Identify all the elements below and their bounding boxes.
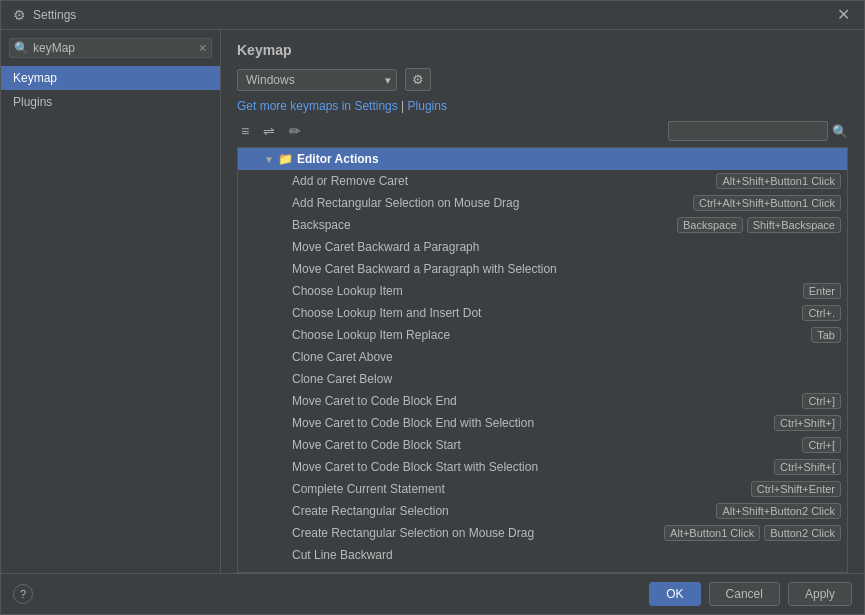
ok-button[interactable]: OK (649, 582, 700, 606)
shortcut-badge: Ctrl+] (802, 393, 841, 409)
header-folder-icon: 📁 (278, 152, 293, 166)
row-label: Move Caret Backward a Paragraph with Sel… (264, 262, 841, 276)
shortcut-badge: Backspace (677, 217, 743, 233)
settings-dialog: ⚙ Settings ✕ 🔍 ✕ Keymap Plugins Keymap (0, 0, 865, 615)
row-shortcuts: Ctrl+Shift+[ (774, 459, 841, 475)
row-label: Backspace (264, 218, 677, 232)
sidebar-item-keymap[interactable]: Keymap (1, 66, 220, 90)
shortcut-badge: Ctrl+Shift+Enter (751, 481, 841, 497)
row-shortcuts: Alt+Button1 ClickButton2 Click (664, 525, 841, 541)
plugins-link[interactable]: Plugins (408, 99, 447, 113)
row-label: Create Rectangular Selection on Mouse Dr… (264, 526, 664, 540)
keymap-select-wrapper: Windows macOS Linux Default (237, 69, 397, 91)
table-row[interactable]: Create Rectangular SelectionAlt+Shift+Bu… (238, 500, 847, 522)
table-row[interactable]: Move Caret to Code Block EndCtrl+] (238, 390, 847, 412)
shortcut-badge: Shift+Backspace (747, 217, 841, 233)
row-shortcuts: Ctrl+Shift+] (774, 415, 841, 431)
close-button[interactable]: ✕ (833, 7, 854, 23)
sidebar-search-box: 🔍 ✕ (9, 38, 212, 58)
apply-button[interactable]: Apply (788, 582, 852, 606)
table-row[interactable]: Move Caret to Code Block Start with Sele… (238, 456, 847, 478)
shortcut-badge: Alt+Shift+Button1 Click (716, 173, 841, 189)
expand-all-button[interactable]: ≡ (237, 121, 253, 141)
table-header-row[interactable]: ▼ 📁 Editor Actions (238, 148, 847, 170)
row-shortcuts: Alt+Shift+Button1 Click (716, 173, 841, 189)
main-title: Keymap (237, 42, 848, 58)
search-bar: 🔍 (311, 121, 848, 141)
cancel-button[interactable]: Cancel (709, 582, 780, 606)
shortcut-badge: Ctrl+[ (802, 437, 841, 453)
shortcut-badge: Button2 Click (764, 525, 841, 541)
keymap-gear-button[interactable]: ⚙ (405, 68, 431, 91)
sidebar-search-clear[interactable]: ✕ (198, 42, 207, 55)
table-row[interactable]: Choose Lookup Item ReplaceTab (238, 324, 847, 346)
keymap-controls: Windows macOS Linux Default ⚙ (237, 68, 848, 91)
table-row[interactable]: Create Rectangular Selection on Mouse Dr… (238, 522, 847, 544)
shortcut-badge: Ctrl+Shift+[ (774, 459, 841, 475)
toolbar: ≡ ⇌ ✏ 🔍 (237, 121, 848, 141)
row-label: Add or Remove Caret (264, 174, 716, 188)
filter-search-button[interactable]: 🔍 (832, 124, 848, 139)
row-label: Move Caret to Code Block End with Select… (264, 416, 774, 430)
row-shortcuts: Ctrl+[ (802, 437, 841, 453)
table-row[interactable]: Move Caret Backward a Paragraph with Sel… (238, 258, 847, 280)
row-label: Create Rectangular Selection (264, 504, 716, 518)
table-row[interactable]: Clone Caret Above (238, 346, 847, 368)
table-rows: Add or Remove CaretAlt+Shift+Button1 Cli… (238, 170, 847, 573)
row-shortcuts: Alt+Shift+Button2 Click (716, 503, 841, 519)
row-label: Move Caret to Code Block Start (264, 438, 802, 452)
sidebar-item-plugins[interactable]: Plugins (1, 90, 220, 114)
row-label: Clone Caret Below (264, 372, 841, 386)
row-label: Move Caret Backward a Paragraph (264, 240, 841, 254)
table-row[interactable]: Add Rectangular Selection on Mouse DragC… (238, 192, 847, 214)
table-row[interactable]: BackspaceBackspaceShift+Backspace (238, 214, 847, 236)
content-area: 🔍 ✕ Keymap Plugins Keymap Windows macOS (1, 30, 864, 573)
keymap-table: ▼ 📁 Editor Actions Add or Remove CaretAl… (237, 147, 848, 573)
row-shortcuts: Ctrl+Alt+Shift+Button1 Click (693, 195, 841, 211)
table-row[interactable]: Cut Line Backward (238, 544, 847, 566)
row-shortcuts: Ctrl+Shift+Enter (751, 481, 841, 497)
table-row[interactable]: Complete Current StatementCtrl+Shift+Ent… (238, 478, 847, 500)
table-row[interactable]: Choose Lookup ItemEnter (238, 280, 847, 302)
table-row[interactable]: Move Caret to Code Block StartCtrl+[ (238, 434, 847, 456)
table-row[interactable]: Add or Remove CaretAlt+Shift+Button1 Cli… (238, 170, 847, 192)
table-row[interactable]: Move Caret to Code Block End with Select… (238, 412, 847, 434)
dialog-title: Settings (33, 8, 833, 22)
row-label: Move Caret to Code Block End (264, 394, 802, 408)
row-shortcuts: BackspaceShift+Backspace (677, 217, 841, 233)
row-label: Clone Caret Above (264, 350, 841, 364)
title-bar: ⚙ Settings ✕ (1, 1, 864, 30)
table-row[interactable]: Cut up to Line End (238, 566, 847, 573)
row-label: Cut Line Backward (264, 548, 841, 562)
table-row[interactable]: Choose Lookup Item and Insert DotCtrl+. (238, 302, 847, 324)
row-shortcuts: Ctrl+] (802, 393, 841, 409)
row-label: Complete Current Statement (264, 482, 751, 496)
main-panel: Keymap Windows macOS Linux Default ⚙ Get… (221, 30, 864, 573)
get-more-keymaps-link[interactable]: Get more keymaps in Settings (237, 99, 398, 113)
keymap-select[interactable]: Windows macOS Linux Default (237, 69, 397, 91)
collapse-all-button[interactable]: ⇌ (259, 121, 279, 141)
shortcut-badge: Enter (803, 283, 841, 299)
row-label: Move Caret to Code Block Start with Sele… (264, 460, 774, 474)
sidebar: 🔍 ✕ Keymap Plugins (1, 30, 221, 573)
row-shortcuts: Tab (811, 327, 841, 343)
shortcut-badge: Alt+Shift+Button2 Click (716, 503, 841, 519)
shortcut-badge: Ctrl+Shift+] (774, 415, 841, 431)
table-row[interactable]: Clone Caret Below (238, 368, 847, 390)
filter-input[interactable] (668, 121, 828, 141)
row-label: Choose Lookup Item (264, 284, 803, 298)
help-button[interactable]: ? (13, 584, 33, 604)
dialog-icon: ⚙ (11, 7, 27, 23)
shortcut-badge: Tab (811, 327, 841, 343)
row-label: Add Rectangular Selection on Mouse Drag (264, 196, 693, 210)
sidebar-search-input[interactable] (33, 41, 198, 55)
header-arrow: ▼ (264, 154, 278, 165)
header-label: Editor Actions (297, 152, 841, 166)
row-label: Choose Lookup Item and Insert Dot (264, 306, 802, 320)
shortcut-badge: Ctrl+Alt+Shift+Button1 Click (693, 195, 841, 211)
edit-button[interactable]: ✏ (285, 121, 305, 141)
shortcut-badge: Alt+Button1 Click (664, 525, 760, 541)
shortcut-badge: Ctrl+. (802, 305, 841, 321)
table-row[interactable]: Move Caret Backward a Paragraph (238, 236, 847, 258)
keymap-links: Get more keymaps in Settings | Plugins (237, 99, 848, 113)
